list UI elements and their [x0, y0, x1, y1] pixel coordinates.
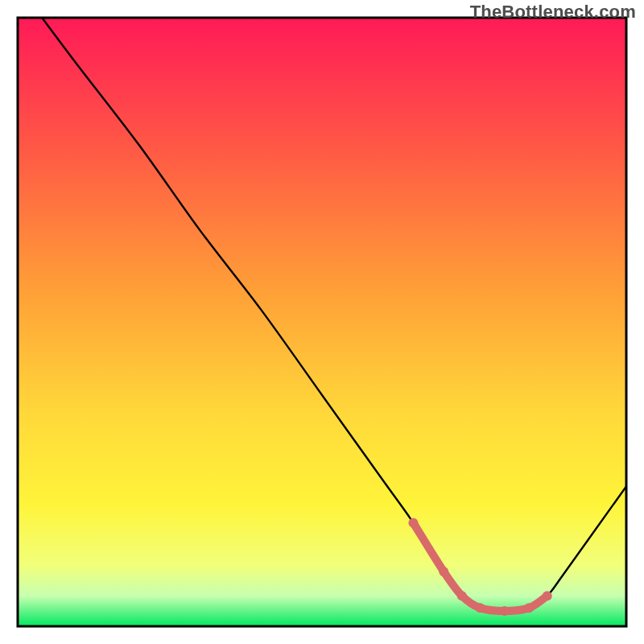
gradient-background [18, 18, 626, 626]
highlight-dot [408, 518, 418, 527]
highlight-dot [543, 591, 552, 601]
highlight-dot [439, 567, 448, 576]
highlight-dot [476, 603, 485, 613]
highlight-dot [524, 603, 534, 613]
highlight-dot [457, 591, 467, 601]
highlight-dot [500, 606, 510, 616]
watermark-text: TheBottleneck.com [470, 2, 636, 23]
bottleneck-plot [0, 0, 644, 644]
chart-canvas: TheBottleneck.com [0, 0, 644, 644]
